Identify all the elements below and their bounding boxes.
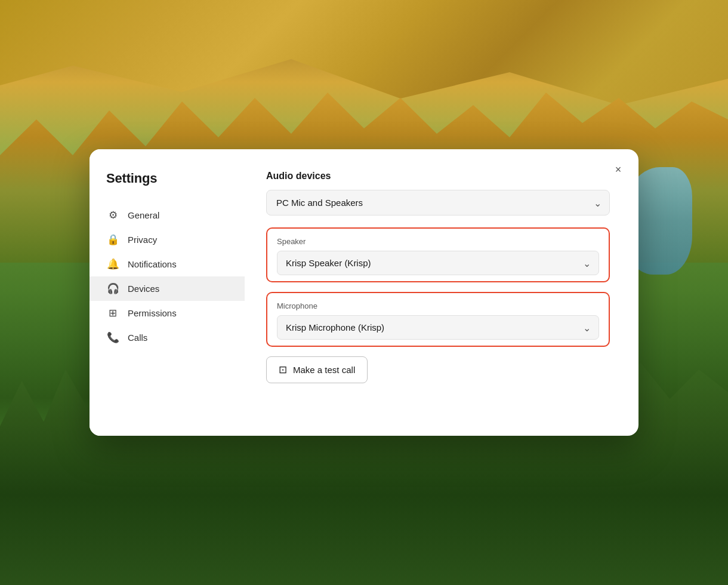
sidebar-item-privacy[interactable]: 🔒 Privacy: [90, 227, 245, 252]
close-icon: ×: [615, 164, 622, 176]
microphone-label: Microphone: [277, 301, 599, 310]
grid-icon: ⊞: [106, 307, 119, 319]
audio-devices-title: Audio devices: [266, 171, 610, 181]
speaker-label: Speaker: [277, 237, 599, 246]
audio-device-select[interactable]: PC Mic and Speakers Default Device Krisp…: [266, 190, 610, 215]
gear-icon: ⚙: [106, 209, 119, 221]
test-call-label: Make a test call: [293, 365, 355, 375]
sidebar-label-calls: Calls: [128, 332, 147, 343]
speaker-select[interactable]: Krisp Speaker (Krisp) Default Speaker PC…: [277, 251, 599, 275]
test-call-icon: ⊡: [279, 364, 287, 376]
sidebar-item-permissions[interactable]: ⊞ Permissions: [90, 301, 245, 325]
sidebar-item-general[interactable]: ⚙ General: [90, 203, 245, 227]
sidebar-label-privacy: Privacy: [128, 235, 157, 245]
sidebar: Settings ⚙ General 🔒 Privacy 🔔 Notificat…: [90, 149, 245, 436]
sidebar-item-devices[interactable]: 🎧 Devices: [90, 276, 245, 301]
close-button[interactable]: ×: [609, 160, 628, 179]
microphone-select[interactable]: Krisp Microphone (Krisp) Default Microph…: [277, 315, 599, 340]
microphone-dropdown-wrapper: Krisp Microphone (Krisp) Default Microph…: [277, 315, 599, 340]
sidebar-item-calls[interactable]: 📞 Calls: [90, 325, 245, 350]
sidebar-item-notifications[interactable]: 🔔 Notifications: [90, 252, 245, 276]
lock-icon: 🔒: [106, 233, 119, 246]
test-call-button[interactable]: ⊡ Make a test call: [266, 356, 368, 383]
bell-icon: 🔔: [106, 258, 119, 270]
headphones-icon: 🎧: [106, 282, 119, 295]
speaker-section: Speaker Krisp Speaker (Krisp) Default Sp…: [266, 227, 610, 282]
sidebar-label-permissions: Permissions: [128, 308, 177, 318]
sidebar-label-general: General: [128, 210, 159, 220]
speaker-dropdown-wrapper: Krisp Speaker (Krisp) Default Speaker PC…: [277, 251, 599, 275]
microphone-section: Microphone Krisp Microphone (Krisp) Defa…: [266, 292, 610, 347]
audio-device-dropdown-wrapper: PC Mic and Speakers Default Device Krisp…: [266, 190, 610, 215]
main-content: × Audio devices PC Mic and Speakers Defa…: [245, 149, 638, 436]
settings-dialog: Settings ⚙ General 🔒 Privacy 🔔 Notificat…: [90, 149, 638, 436]
dialog-title: Settings: [90, 171, 245, 203]
sidebar-label-notifications: Notifications: [128, 259, 177, 269]
phone-icon: 📞: [106, 331, 119, 344]
sidebar-label-devices: Devices: [128, 284, 159, 294]
dialog-overlay: Settings ⚙ General 🔒 Privacy 🔔 Notificat…: [0, 0, 728, 585]
